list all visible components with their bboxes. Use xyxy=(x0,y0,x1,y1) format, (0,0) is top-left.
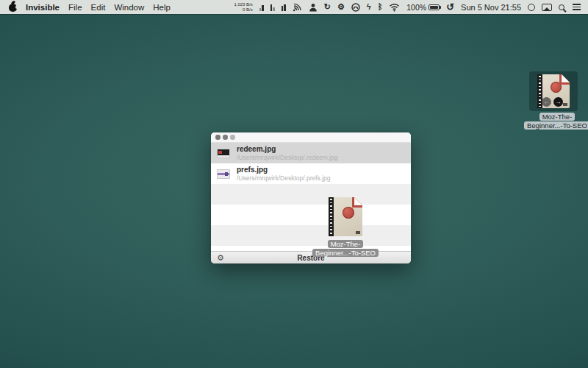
menu-edit[interactable]: Edit xyxy=(91,3,106,12)
empty-row xyxy=(211,205,411,225)
invisible-app-window: redeem.jpg /Users/mrqwirk/Desktop/.redee… xyxy=(211,132,411,263)
preview-next-page-button[interactable]: → xyxy=(553,97,563,107)
time-machine-icon[interactable]: ↺ xyxy=(446,2,454,12)
prefs-thumbnail xyxy=(217,169,230,179)
menu-clock[interactable]: Sun 5 Nov 21:55 xyxy=(461,3,521,12)
preview-prev-page-button[interactable]: ← xyxy=(542,97,551,107)
bluetooth-icon[interactable]: ᛒ xyxy=(378,3,383,11)
menu-window[interactable]: Window xyxy=(114,3,144,12)
moz-document-icon[interactable]: ← → xyxy=(537,74,570,108)
memory-graph-icon[interactable] xyxy=(270,4,275,11)
cover-mark xyxy=(356,231,360,234)
moz-document-icon xyxy=(329,197,362,236)
menu-bar: Invisible File Edit Window Help 1,023 B/… xyxy=(0,0,588,14)
battery-indicator[interactable]: 100% xyxy=(406,3,440,12)
desktop-icon-label: Moz-The- Beginner...-To-SEO xyxy=(520,113,588,130)
file-path: /Users/mrqwirk/Desktop/.redeem.jpg xyxy=(237,154,337,161)
file-row-prefs[interactable]: prefs.jpg /Users/mrqwirk/Desktop/.prefs.… xyxy=(211,163,411,184)
empty-row xyxy=(211,184,411,205)
hidden-files-list: redeem.jpg /Users/mrqwirk/Desktop/.redee… xyxy=(211,143,411,251)
redeem-thumbnail xyxy=(217,149,230,158)
sync-icon[interactable]: ↻ xyxy=(324,3,331,11)
apple-menu-icon[interactable] xyxy=(9,4,17,12)
headset-circle-icon[interactable] xyxy=(351,3,360,12)
notification-center-icon[interactable] xyxy=(573,4,581,10)
spiral-binding xyxy=(329,197,334,236)
file-name: redeem.jpg xyxy=(237,145,337,154)
disk-graph-icon[interactable] xyxy=(282,4,286,11)
close-button[interactable] xyxy=(215,135,220,140)
minimize-button[interactable] xyxy=(223,135,228,140)
cpu-graph-icon[interactable] xyxy=(259,4,264,11)
menu-file[interactable]: File xyxy=(68,3,82,12)
spotlight-search-icon[interactable] xyxy=(559,4,564,10)
display-mirroring-icon[interactable] xyxy=(542,4,552,11)
user-icon[interactable] xyxy=(309,3,318,12)
battery-icon xyxy=(429,4,440,10)
app-menu-title[interactable]: Invisible xyxy=(26,3,60,12)
network-speed-indicator[interactable]: 1,023 B/s0 B/s xyxy=(234,2,252,12)
cover-mark xyxy=(563,103,567,106)
siri-circle-icon[interactable] xyxy=(528,4,535,11)
file-path: /Users/mrqwirk/Desktop/.prefs.jpg xyxy=(237,174,331,182)
file-name: prefs.jpg xyxy=(237,166,331,174)
moz-logo-badge xyxy=(343,207,354,219)
zoom-button[interactable] xyxy=(230,135,235,140)
gear-menu-icon[interactable]: ⚙ xyxy=(337,3,345,11)
file-row-redeem[interactable]: redeem.jpg /Users/mrqwirk/Desktop/.redee… xyxy=(211,143,411,163)
signal-waves-icon[interactable] xyxy=(293,3,302,12)
wifi-icon[interactable] xyxy=(389,3,400,12)
window-titlebar[interactable] xyxy=(211,132,411,143)
battery-percent: 100% xyxy=(406,3,426,12)
flux-bolt-icon[interactable]: ϟ xyxy=(367,3,371,11)
drag-ghost-label: Moz-The- Beginner...-To-SEO xyxy=(309,240,382,257)
menu-help[interactable]: Help xyxy=(153,3,171,12)
